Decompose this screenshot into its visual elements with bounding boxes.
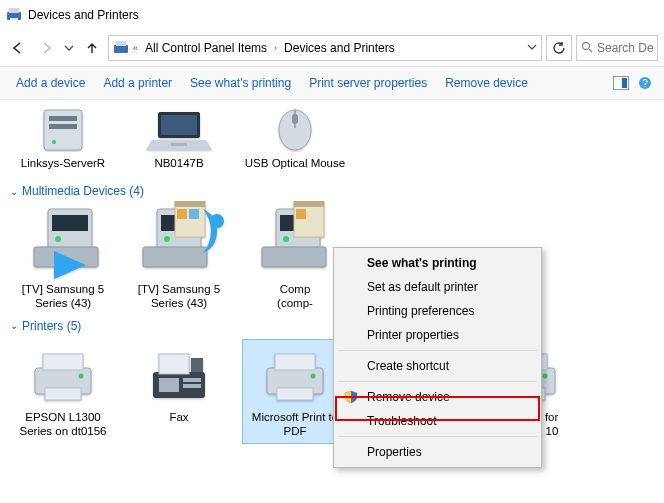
svg-point-5	[583, 42, 590, 49]
chevron-down-icon: ⌄	[10, 320, 18, 331]
svg-rect-12	[49, 116, 77, 121]
group-title: Printers (5)	[22, 319, 81, 333]
device-label: Linksys-ServerR	[10, 152, 116, 178]
svg-line-6	[589, 49, 592, 52]
menu-separator	[338, 436, 537, 437]
svg-rect-3	[114, 45, 128, 53]
search-input[interactable]	[597, 41, 653, 55]
menu-separator	[338, 350, 537, 351]
back-button[interactable]	[6, 36, 30, 60]
command-bar: Add a device Add a printer See what's pr…	[0, 66, 664, 100]
mouse-icon	[242, 104, 348, 152]
media-label: [TV] Samsung 5 Series (43)	[126, 280, 232, 313]
search-icon	[581, 41, 593, 56]
svg-rect-40	[296, 209, 306, 219]
menu-see-whats-printing[interactable]: See what's printing	[337, 251, 538, 275]
svg-point-33	[210, 214, 224, 228]
svg-rect-8	[622, 78, 627, 88]
svg-rect-28	[143, 247, 207, 267]
printer-label: EPSON L1300 Series on dt0156	[11, 408, 115, 439]
device-item[interactable]: Linksys-ServerR	[10, 104, 116, 178]
device-item[interactable]: NB0147B	[126, 104, 232, 178]
forward-button[interactable]	[34, 36, 58, 60]
cmd-server-props[interactable]: Print server properties	[303, 72, 433, 94]
svg-rect-1	[9, 8, 19, 13]
printer-icon	[11, 344, 115, 408]
cmd-add-device[interactable]: Add a device	[10, 72, 91, 94]
svg-rect-52	[275, 354, 315, 370]
svg-rect-43	[45, 388, 81, 400]
svg-rect-49	[183, 378, 201, 382]
media-device-icon	[10, 200, 116, 280]
svg-rect-53	[277, 388, 313, 400]
devices-row: Linksys-ServerR NB0147B USB Optical Mous…	[0, 104, 664, 178]
svg-point-54	[311, 373, 316, 378]
media-label: [TV] Samsung 5 Series (43)	[10, 280, 116, 313]
search-box[interactable]	[576, 35, 658, 61]
svg-rect-32	[189, 209, 199, 219]
cmd-see-printing[interactable]: See what's printing	[184, 72, 297, 94]
address-bar[interactable]: « All Control Panel Items › Devices and …	[108, 35, 542, 61]
menu-troubleshoot[interactable]: Troubleshoot	[337, 409, 538, 433]
laptop-icon	[126, 104, 232, 152]
svg-rect-2	[10, 18, 18, 20]
menu-printing-preferences[interactable]: Printing preferences	[337, 299, 538, 323]
media-device-icon	[126, 200, 232, 280]
svg-point-44	[79, 373, 84, 378]
shield-icon	[343, 390, 359, 404]
group-title: Multimedia Devices (4)	[22, 184, 144, 198]
printers-row: EPSON L1300 Series on dt0156 Fax Microso…	[0, 339, 664, 444]
menu-properties[interactable]: Properties	[337, 440, 538, 464]
svg-rect-46	[159, 354, 189, 374]
svg-rect-48	[159, 378, 179, 392]
printer-item[interactable]: EPSON L1300 Series on dt0156	[10, 339, 116, 444]
svg-point-27	[164, 236, 170, 242]
device-label: NB0147B	[126, 152, 232, 178]
svg-point-14	[52, 140, 56, 144]
media-row: [TV] Samsung 5 Series (43) [TV] Samsung …	[0, 200, 664, 313]
chevron-down-icon[interactable]	[527, 41, 537, 55]
group-printers-header[interactable]: ⌄ Printers (5)	[0, 313, 664, 335]
svg-point-36	[283, 236, 289, 242]
breadcrumb-all-control-panel[interactable]: All Control Panel Items	[142, 41, 270, 55]
history-dropdown-button[interactable]	[62, 36, 76, 60]
menu-printer-properties[interactable]: Printer properties	[337, 323, 538, 347]
window-title: Devices and Printers	[28, 8, 139, 22]
up-button[interactable]	[80, 36, 104, 60]
breadcrumb-devices-printers[interactable]: Devices and Printers	[281, 41, 398, 55]
media-item[interactable]: [TV] Samsung 5 Series (43)	[10, 200, 116, 313]
svg-rect-31	[177, 209, 187, 219]
svg-point-23	[55, 236, 61, 242]
svg-rect-50	[183, 384, 201, 388]
svg-rect-4	[116, 41, 126, 46]
menu-set-default-printer[interactable]: Set as default printer	[337, 275, 538, 299]
help-icon[interactable]: ?	[636, 74, 654, 92]
chevron-left-icon[interactable]: «	[133, 43, 138, 53]
printer-icon	[243, 344, 347, 408]
context-menu: See what's printing Set as default print…	[333, 247, 542, 468]
preview-pane-icon[interactable]	[612, 74, 630, 92]
svg-rect-13	[49, 124, 77, 129]
menu-remove-device[interactable]: Remove device	[337, 385, 538, 409]
cmd-remove-device[interactable]: Remove device	[439, 72, 534, 94]
content-area: Linksys-ServerR NB0147B USB Optical Mous…	[0, 100, 664, 444]
printer-item[interactable]: Fax	[126, 339, 232, 444]
cmd-add-printer[interactable]: Add a printer	[97, 72, 178, 94]
svg-rect-30	[175, 201, 205, 207]
group-multimedia-header[interactable]: ⌄ Multimedia Devices (4)	[0, 178, 664, 200]
title-bar: Devices and Printers	[0, 0, 664, 30]
menu-create-shortcut[interactable]: Create shortcut	[337, 354, 538, 378]
refresh-button[interactable]	[546, 35, 572, 61]
svg-rect-22	[52, 215, 88, 231]
device-item[interactable]: USB Optical Mouse	[242, 104, 348, 178]
svg-point-62	[543, 373, 548, 378]
svg-rect-39	[294, 201, 324, 207]
devices-printers-icon	[113, 39, 129, 58]
printer-label: Fax	[127, 408, 231, 436]
media-item[interactable]: [TV] Samsung 5 Series (43)	[126, 200, 232, 313]
menu-separator	[338, 381, 537, 382]
svg-rect-37	[262, 247, 326, 267]
chevron-right-icon[interactable]: ›	[274, 43, 277, 53]
chevron-down-icon: ⌄	[10, 186, 18, 197]
svg-rect-20	[292, 114, 298, 124]
